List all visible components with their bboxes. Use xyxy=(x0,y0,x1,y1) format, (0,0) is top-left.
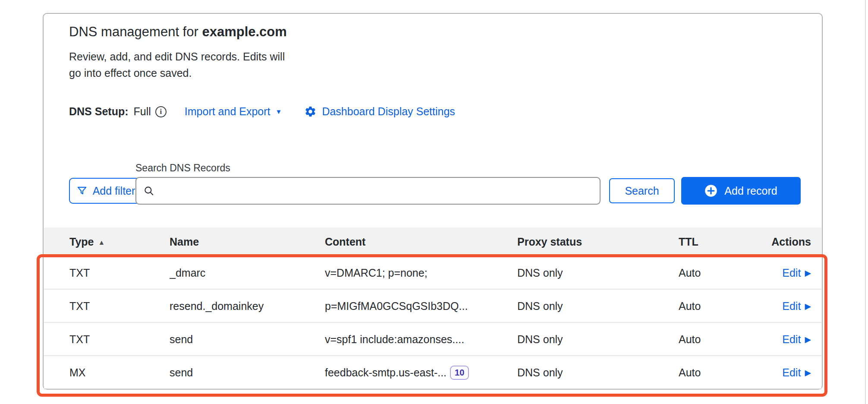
import-export-link[interactable]: Import and Export ▼ xyxy=(185,105,282,118)
mx-priority-badge: 10 xyxy=(450,366,469,380)
info-icon[interactable]: i xyxy=(155,106,167,117)
table-row: TXT resend._domainkey p=MIGfMA0GCSqGSIb3… xyxy=(44,290,821,323)
edit-record-link[interactable]: Edit▶ xyxy=(782,256,811,290)
table-row: TXT _dmarc v=DMARC1; p=none; DNS only Au… xyxy=(44,256,821,290)
cell-content: v=DMARC1; p=none; xyxy=(325,256,515,290)
search-records-label: Search DNS Records xyxy=(135,162,230,174)
search-button-label: Search xyxy=(625,185,659,197)
edit-arrow-icon: ▶ xyxy=(805,323,811,356)
page-subtitle: Review, add, and edit DNS records. Edits… xyxy=(69,48,285,81)
page-title-prefix: DNS management for xyxy=(69,24,202,39)
cell-content: feedback-smtp.us-east-... 10 xyxy=(325,356,515,389)
cell-ttl: Auto xyxy=(679,256,765,290)
dns-management-page: DNS management for example.com Review, a… xyxy=(0,0,868,404)
edit-arrow-icon: ▶ xyxy=(805,356,811,389)
page-subtitle-line1: Review, add, and edit DNS records. Edits… xyxy=(69,48,285,65)
page-subtitle-line2: go into effect once saved. xyxy=(69,65,285,81)
gear-icon xyxy=(304,105,317,118)
dns-setup-label: DNS Setup: xyxy=(69,105,129,118)
dns-management-card: DNS management for example.com Review, a… xyxy=(43,13,823,390)
table-row: MX send feedback-smtp.us-east-... 10 DNS… xyxy=(44,356,821,389)
cell-content: v=spf1 include:amazonses.... xyxy=(325,323,515,356)
add-record-button[interactable]: Add record xyxy=(681,177,801,205)
cell-proxy-status: DNS only xyxy=(517,290,638,323)
cell-type: TXT xyxy=(69,323,164,356)
edit-record-link[interactable]: Edit▶ xyxy=(782,323,811,356)
cell-content: p=MIGfMA0GCSqGSIb3DQ... xyxy=(325,290,515,323)
cell-ttl: Auto xyxy=(679,323,765,356)
column-header-type[interactable]: Type▲ xyxy=(69,227,164,256)
cell-proxy-status: DNS only xyxy=(517,323,638,356)
edit-record-link[interactable]: Edit▶ xyxy=(782,290,811,323)
cell-proxy-status: DNS only xyxy=(517,256,638,290)
dns-setup-row: DNS Setup: Full i Import and Export ▼ Da… xyxy=(69,105,455,118)
edit-record-link[interactable]: Edit▶ xyxy=(782,356,811,389)
edit-arrow-icon: ▶ xyxy=(805,256,811,290)
column-header-ttl[interactable]: TTL xyxy=(679,227,765,256)
column-header-name[interactable]: Name xyxy=(170,227,321,256)
dashboard-display-settings-label: Dashboard Display Settings xyxy=(322,105,455,118)
cell-type: TXT xyxy=(69,256,164,290)
cell-type: MX xyxy=(69,356,164,389)
add-filter-button[interactable]: Add filter xyxy=(69,178,142,204)
dns-setup-value: Full xyxy=(134,105,151,118)
page-title: DNS management for example.com xyxy=(69,24,287,40)
column-header-content[interactable]: Content xyxy=(325,227,515,256)
cell-name: send xyxy=(170,356,321,389)
page-title-domain: example.com xyxy=(202,24,286,39)
cell-proxy-status: DNS only xyxy=(517,356,638,389)
cell-name: send xyxy=(170,323,321,356)
add-filter-label: Add filter xyxy=(93,185,135,197)
filter-funnel-icon xyxy=(76,185,88,196)
dashboard-display-settings-link[interactable]: Dashboard Display Settings xyxy=(304,105,455,118)
cell-name: _dmarc xyxy=(170,256,321,290)
table-header-row: Type▲ Name Content Proxy status TTL Acti… xyxy=(44,227,821,256)
search-input[interactable] xyxy=(160,185,593,197)
search-button[interactable]: Search xyxy=(609,178,675,203)
plus-icon xyxy=(704,184,717,197)
column-header-actions: Actions xyxy=(771,227,811,256)
viewport-right-edge xyxy=(865,0,866,404)
search-icon xyxy=(143,185,154,196)
edit-arrow-icon: ▶ xyxy=(805,290,811,323)
table-row: TXT send v=spf1 include:amazonses.... DN… xyxy=(44,323,821,356)
cell-type: TXT xyxy=(69,290,164,323)
cell-ttl: Auto xyxy=(679,356,765,389)
cell-name: resend._domainkey xyxy=(170,290,321,323)
cell-ttl: Auto xyxy=(679,290,765,323)
column-header-proxy-status[interactable]: Proxy status xyxy=(517,227,638,256)
import-export-label: Import and Export xyxy=(185,105,270,118)
search-input-container xyxy=(135,177,601,205)
chevron-down-icon: ▼ xyxy=(276,108,282,115)
sort-ascending-icon: ▲ xyxy=(98,239,105,246)
add-record-label: Add record xyxy=(724,185,777,197)
